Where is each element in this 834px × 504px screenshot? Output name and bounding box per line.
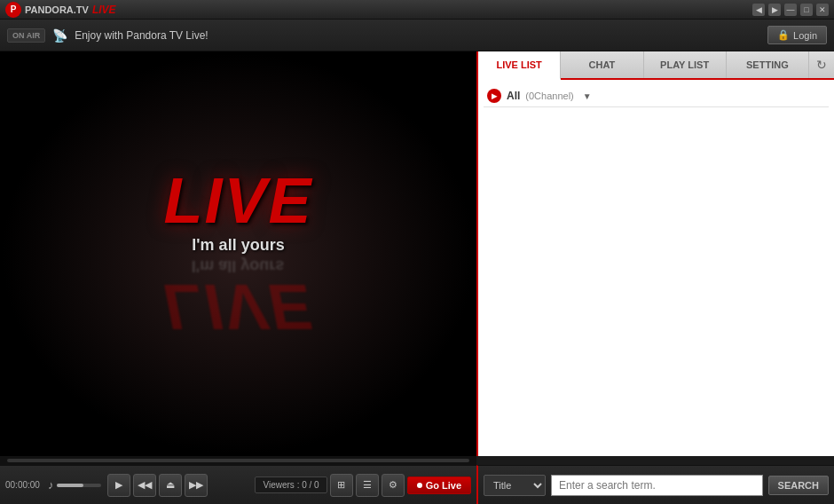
maximize-button[interactable]: □ <box>800 4 813 16</box>
progress-bar-left[interactable] <box>0 456 476 465</box>
go-live-dot-icon <box>417 483 422 488</box>
layout-wrapper: LIVE I'm all yours LIVE I'm all yours LI… <box>0 51 834 504</box>
channel-icon: ▶ <box>487 89 501 103</box>
channel-count: (0Channel) <box>525 91 573 101</box>
volume-slider[interactable] <box>57 484 101 487</box>
pandora-logo: P <box>5 2 21 18</box>
refresh-icon: ↻ <box>816 58 827 72</box>
login-label: Login <box>793 30 817 41</box>
reflection: LIVE I'm all yours <box>163 256 312 339</box>
search-button[interactable]: SEARCH <box>768 476 829 495</box>
play-button[interactable]: ▶ <box>107 474 130 497</box>
controls-right-search: Title Channel Tag SEARCH <box>476 465 834 504</box>
content-row: LIVE I'm all yours LIVE I'm all yours LI… <box>0 51 834 456</box>
controls-row: 00:00:00 ♪ ▶ ◀◀ ⏏ ▶▶ Viewers : 0 / 0 ⊞ ☰… <box>0 465 834 504</box>
back-button[interactable]: ◀ <box>752 4 765 16</box>
progress-bar-right <box>476 456 834 465</box>
tab-live-list[interactable]: LIVE LIST <box>478 51 561 80</box>
topbar: ON AIR 📡 Enjoy with Pandora TV Live! 🔒 L… <box>0 20 834 51</box>
login-button[interactable]: 🔒 Login <box>767 26 827 44</box>
eject-button[interactable]: ⏏ <box>159 474 182 497</box>
prev-button[interactable]: ◀◀ <box>133 474 156 497</box>
search-category-select[interactable]: Title Channel Tag <box>484 475 546 496</box>
next-button[interactable]: ▶▶ <box>185 474 208 497</box>
slogan-text: I'm all yours <box>163 236 312 255</box>
tabs: LIVE LIST CHAT PLAY LIST SETTING ↻ <box>478 51 834 80</box>
refresh-button[interactable]: ↻ <box>809 51 834 78</box>
volume-icon: ♪ <box>48 478 54 492</box>
titlebar-left: P PANDORA.TV LIVE <box>5 2 116 18</box>
viewers-display: Viewers : 0 / 0 <box>255 476 327 493</box>
close-button[interactable]: ✕ <box>816 4 829 16</box>
tab-chat[interactable]: CHAT <box>561 51 643 78</box>
tab-setting[interactable]: SETTING <box>727 51 809 78</box>
right-panel: LIVE LIST CHAT PLAY LIST SETTING ↻ <box>476 51 834 456</box>
reflection-live-text: LIVE <box>163 275 312 339</box>
time-display: 00:00:00 <box>5 480 45 490</box>
search-input[interactable] <box>551 475 763 496</box>
live-text: LIVE <box>163 169 312 232</box>
volume-fill <box>57 484 83 487</box>
video-area: LIVE I'm all yours LIVE I'm all yours <box>0 51 476 456</box>
minimize-button[interactable]: — <box>784 4 797 16</box>
channel-label: All <box>507 90 520 102</box>
progress-bar-inner <box>7 459 469 462</box>
list-button[interactable]: ☰ <box>356 474 379 497</box>
go-live-label: Go Live <box>426 480 461 491</box>
logo-area: P PANDORA.TV LIVE <box>5 2 116 18</box>
lock-icon: 🔒 <box>777 29 790 41</box>
controls-left: 00:00:00 ♪ ▶ ◀◀ ⏏ ▶▶ Viewers : 0 / 0 ⊞ ☰… <box>0 465 476 504</box>
go-live-button[interactable]: Go Live <box>407 476 471 494</box>
tab-play-list[interactable]: PLAY LIST <box>644 51 727 78</box>
channel-header: ▶ All (0Channel) ▼ <box>484 85 829 107</box>
broadcast-icon: 📡 <box>52 28 67 43</box>
on-air-badge: ON AIR <box>7 28 45 43</box>
forward-button[interactable]: ▶ <box>768 4 781 16</box>
progress-row <box>0 456 834 465</box>
brand-text: PANDORA.TV <box>25 4 89 15</box>
aspect-button[interactable]: ⊞ <box>330 474 353 497</box>
video-content: LIVE I'm all yours LIVE I'm all yours <box>163 169 312 339</box>
window-controls: ◀ ▶ — □ ✕ <box>752 4 829 16</box>
live-badge: LIVE <box>92 4 116 16</box>
topbar-message: Enjoy with Pandora TV Live! <box>75 29 760 42</box>
settings-button[interactable]: ⚙ <box>382 474 405 497</box>
volume-area: ♪ <box>48 478 101 492</box>
channel-list-area: ▶ All (0Channel) ▼ <box>478 80 834 456</box>
titlebar: P PANDORA.TV LIVE ◀ ▶ — □ ✕ <box>0 0 834 20</box>
channel-dropdown-button[interactable]: ▼ <box>583 91 592 101</box>
